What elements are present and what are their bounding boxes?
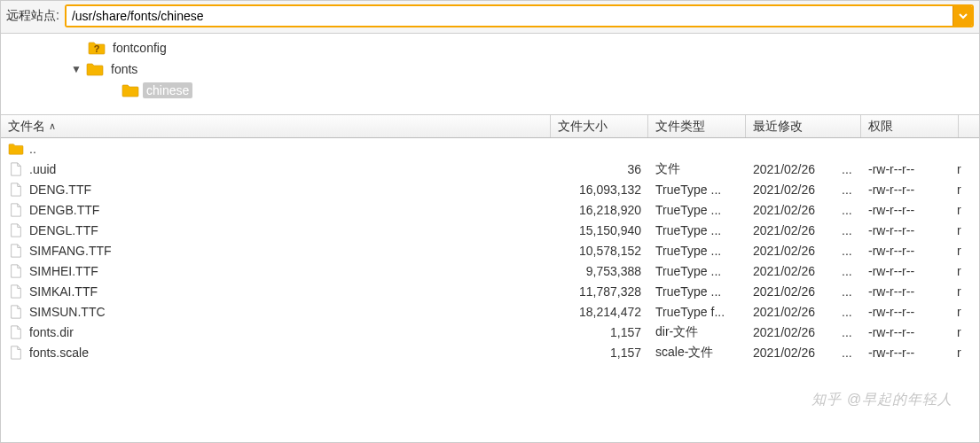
file-icon — [8, 222, 24, 238]
file-perm-cell: -rw-r--r-- — [861, 162, 950, 176]
sort-asc-icon: ∧ — [49, 120, 56, 132]
file-name-cell: fonts.dir — [1, 324, 551, 340]
file-list-header: 文件名 ∧ 文件大小 文件类型 最近修改 权限 — [1, 115, 979, 138]
tree-item-fonts[interactable]: ▼ fonts — [1, 58, 979, 80]
folder-icon — [122, 82, 139, 98]
file-name-label: DENGL.TTF — [29, 223, 98, 237]
file-size-cell: 15,150,940 — [551, 223, 648, 237]
column-header-label: 最近修改 — [753, 119, 803, 135]
file-date-more-cell: ... — [835, 305, 861, 319]
file-name-label: SIMFANG.TTF — [29, 244, 112, 258]
file-date-cell: 2021/02/26 — [746, 325, 835, 339]
file-perm-cell: -rw-r--r-- — [861, 183, 950, 197]
file-icon — [8, 324, 24, 340]
file-size-cell: 16,093,132 — [551, 183, 648, 197]
file-type-cell: TrueType ... — [648, 183, 746, 197]
file-size-cell: 9,753,388 — [551, 264, 648, 278]
file-name-cell: SIMFANG.TTF — [1, 243, 551, 259]
file-type-cell: 文件 — [648, 161, 746, 177]
file-name-cell: .uuid — [1, 161, 551, 177]
tree-item-chinese[interactable]: ▶ chinese — [1, 80, 979, 101]
file-row[interactable]: DENG.TTF16,093,132TrueType ...2021/02/26… — [1, 179, 979, 199]
file-perm-cell: -rw-r--r-- — [861, 325, 950, 339]
remote-tree-panel[interactable]: ▶ fontconfig ▼ fonts ▶ chinese — [1, 34, 979, 115]
file-date-more-cell: ... — [835, 346, 861, 360]
file-row[interactable]: SIMHEI.TTF9,753,388TrueType ...2021/02/2… — [1, 260, 979, 281]
file-date-cell: 2021/02/26 — [746, 203, 835, 217]
folder-icon — [8, 141, 24, 157]
file-name-label: DENGB.TTF — [29, 203, 99, 217]
path-dropdown-button[interactable] — [953, 6, 972, 26]
file-name-cell: .. — [1, 141, 551, 157]
path-label: 远程站点: — [6, 8, 59, 24]
tree-item-label: chinese — [143, 82, 192, 98]
tree-item-fontconfig[interactable]: ▶ fontconfig — [1, 37, 979, 58]
file-name-label: DENG.TTF — [29, 183, 91, 197]
file-icon — [8, 345, 24, 361]
folder-icon — [86, 61, 104, 77]
file-owner-cell: r — [950, 244, 964, 258]
file-name-label: .. — [29, 142, 36, 156]
file-date-more-cell: ... — [835, 284, 861, 299]
file-date-more-cell: ... — [835, 203, 861, 217]
file-perm-cell: -rw-r--r-- — [861, 305, 950, 319]
file-date-cell: 2021/02/26 — [746, 264, 835, 278]
file-type-cell: TrueType ... — [648, 223, 746, 237]
file-size-cell: 36 — [551, 162, 648, 176]
file-name-cell: DENG.TTF — [1, 182, 551, 198]
file-size-cell: 16,218,920 — [551, 203, 648, 217]
file-name-cell: SIMKAI.TTF — [1, 284, 551, 299]
question-folder-icon — [88, 40, 106, 56]
file-date-cell: 2021/02/26 — [746, 284, 835, 299]
file-type-cell: dir-文件 — [648, 324, 746, 340]
file-name-label: SIMKAI.TTF — [29, 284, 98, 299]
file-name-cell: SIMSUN.TTC — [1, 304, 551, 320]
file-row[interactable]: SIMFANG.TTF10,578,152TrueType ...2021/02… — [1, 240, 979, 260]
file-type-cell: TrueType ... — [648, 244, 746, 258]
file-icon — [8, 202, 24, 218]
file-row[interactable]: fonts.dir1,157dir-文件2021/02/26...-rw-r--… — [1, 322, 979, 342]
file-date-more-cell: ... — [835, 325, 861, 339]
file-owner-cell: r — [950, 183, 964, 197]
file-date-more-cell: ... — [835, 244, 861, 258]
file-name-cell: fonts.scale — [1, 345, 551, 361]
file-size-cell: 11,787,328 — [551, 284, 648, 299]
path-input[interactable] — [67, 6, 953, 26]
file-row[interactable]: DENGB.TTF16,218,920TrueType ...2021/02/2… — [1, 199, 979, 220]
file-row[interactable]: SIMSUN.TTC18,214,472TrueType f...2021/02… — [1, 301, 979, 322]
file-name-cell: DENGB.TTF — [1, 202, 551, 218]
file-list[interactable]: ...uuid36文件2021/02/26...-rw-r--r--rDENG.… — [1, 138, 979, 362]
file-icon — [8, 182, 24, 198]
tree-expand-icon[interactable]: ▼ — [70, 63, 82, 75]
file-row[interactable]: SIMKAI.TTF11,787,328TrueType ...2021/02/… — [1, 281, 979, 301]
column-header-name[interactable]: 文件名 ∧ — [1, 115, 551, 137]
column-header-date[interactable]: 最近修改 — [746, 115, 861, 137]
file-row[interactable]: fonts.scale1,157scale-文件2021/02/26...-rw… — [1, 342, 979, 362]
file-type-cell: scale-文件 — [648, 345, 746, 361]
file-perm-cell: -rw-r--r-- — [861, 203, 950, 217]
watermark: 知乎 @早起的年轻人 — [811, 391, 953, 409]
file-type-cell: TrueType ... — [648, 284, 746, 299]
file-name-label: SIMHEI.TTF — [29, 264, 98, 278]
file-owner-cell: r — [950, 223, 964, 237]
file-name-cell: DENGL.TTF — [1, 222, 551, 238]
file-row[interactable]: .. — [1, 138, 979, 159]
file-perm-cell: -rw-r--r-- — [861, 223, 950, 237]
file-size-cell: 18,214,472 — [551, 305, 648, 319]
file-icon — [8, 304, 24, 320]
file-date-cell: 2021/02/26 — [746, 305, 835, 319]
file-row[interactable]: DENGL.TTF15,150,940TrueType ...2021/02/2… — [1, 220, 979, 240]
column-header-size[interactable]: 文件大小 — [551, 115, 648, 137]
column-header-perm[interactable]: 权限 — [861, 115, 959, 137]
file-date-cell: 2021/02/26 — [746, 183, 835, 197]
file-icon — [8, 161, 24, 177]
file-date-more-cell: ... — [835, 183, 861, 197]
column-header-type[interactable]: 文件类型 — [648, 115, 746, 137]
file-perm-cell: -rw-r--r-- — [861, 244, 950, 258]
file-name-label: fonts.scale — [29, 346, 89, 360]
file-row[interactable]: .uuid36文件2021/02/26...-rw-r--r--r — [1, 159, 979, 179]
file-size-cell: 10,578,152 — [551, 244, 648, 258]
file-owner-cell: r — [950, 162, 964, 176]
file-name-cell: SIMHEI.TTF — [1, 263, 551, 279]
column-header-label: 文件大小 — [558, 119, 608, 135]
